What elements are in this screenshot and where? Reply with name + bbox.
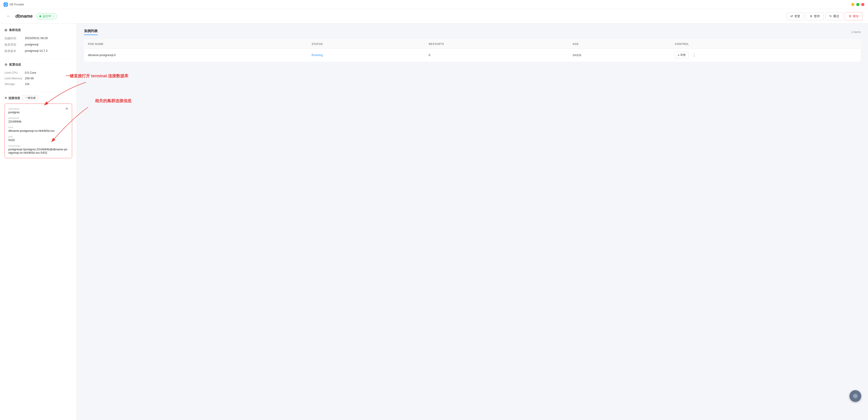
sidebar: ⊞ 集群信息 创建时间 2023/05/31 08:26 集群类型 postgr… (0, 24, 77, 420)
limit-memory-label: Limit Memory (4, 76, 25, 81)
instance-table-header-row: POD NAME STATUS RESTARTS AGE CONTROL (84, 40, 861, 49)
port-label: port (8, 135, 68, 138)
connect-icon: ✕ (4, 96, 7, 100)
maximize-button[interactable] (856, 3, 860, 6)
connection-box: 👁 username postgres password 22n5694b ho… (4, 103, 72, 158)
host-value: dbname-postgresql.ns-hti44k5d.svc (8, 129, 68, 132)
status-cell: Running (308, 49, 425, 62)
cluster-info-table: 创建时间 2023/05/31 08:26 集群类型 postgresql 集群… (4, 35, 72, 54)
username-label: username (8, 108, 68, 110)
page-title: dbname (16, 13, 33, 19)
cluster-type-label: 集群类型 (4, 41, 25, 48)
status-label: 运行中 (42, 14, 51, 18)
host-label: host (8, 126, 68, 129)
divider-1 (4, 59, 72, 59)
one-click-label: 一键连接 (25, 96, 36, 99)
change-label: 变更 (794, 14, 800, 18)
status-running: Running (312, 53, 322, 57)
minimize-button[interactable] (851, 3, 855, 6)
limit-cpu-value: 0.5 Core (25, 70, 72, 76)
title-bar: DB Provider (0, 0, 868, 9)
float-assistant-button[interactable] (849, 390, 861, 402)
restart-label: 重启 (833, 14, 839, 18)
instance-table-head: POD NAME STATUS RESTARTS AGE CONTROL (84, 40, 861, 49)
delete-label: 删除 (853, 14, 859, 18)
col-restarts: RESTARTS (425, 40, 569, 49)
create-time-value: 2023/05/31 08:26 (25, 35, 72, 41)
storage-value: 1Gi (25, 81, 72, 87)
items-count: 1 Items (851, 30, 861, 34)
port-field: port 5432 (8, 135, 68, 142)
connect-info-title: ✕ 连接信息 (4, 96, 20, 100)
pod-name-cell: dbname-postgresql-0 (84, 49, 308, 62)
more-icon: ⋮ (692, 53, 696, 57)
limit-cpu-row: Limit CPU 0.5 Core (4, 70, 72, 76)
cluster-version-row: 集群版本 postgresql-14.7.2 (4, 48, 72, 54)
status-arrow-icon: ↑ (53, 15, 54, 18)
title-bar-left: DB Provider (4, 2, 24, 6)
title-bar-controls (851, 3, 864, 6)
cluster-info-label: 集群信息 (9, 28, 21, 32)
cluster-version-label: 集群版本 (4, 48, 25, 54)
connection-string-value: postgresql://postgres:22n5694b@dbname-po… (8, 148, 68, 154)
connect-label: 连接信息 (8, 96, 20, 100)
col-status: STATUS (308, 40, 425, 49)
config-info-label: 配置信息 (9, 63, 21, 67)
close-button[interactable] (861, 3, 864, 6)
connect-info-header: ✕ 连接信息 一键连接 (4, 95, 72, 101)
col-control: CONTROL (671, 40, 861, 49)
pause-label: 暂停 (814, 14, 820, 18)
password-label: password (8, 117, 68, 119)
back-button[interactable]: ← (5, 13, 12, 20)
detail-label: 详情 (680, 53, 686, 57)
create-time-label: 创建时间 (4, 35, 25, 41)
restart-icon: ↻ (829, 14, 832, 18)
app-icon-inner (4, 3, 7, 6)
main-layout: ⊞ 集群信息 创建时间 2023/05/31 08:26 集群类型 postgr… (0, 24, 868, 420)
status-dot (39, 16, 41, 17)
instance-list-header: 实例列表 1 Items (84, 29, 861, 35)
float-assistant-icon (853, 394, 858, 398)
pause-icon: ⏸ (810, 14, 813, 18)
detail-button[interactable]: ≡ 详情 (675, 52, 688, 58)
col-pod-name: POD NAME (84, 40, 308, 49)
app-icon (4, 2, 8, 6)
header-left: ← dbname 运行中 ↑ (5, 13, 57, 20)
username-value: postgres (8, 111, 68, 114)
delete-button[interactable]: 🗑 删除 (845, 12, 863, 20)
port-value: 5432 (8, 138, 68, 142)
cluster-version-value: postgresql-14.7.2 (25, 48, 72, 54)
status-badge: 运行中 ↑ (36, 13, 57, 20)
header-actions: ⇄ 变更 ⏸ 暂停 ↻ 重启 🗑 删除 (786, 12, 863, 20)
cluster-type-row: 集群类型 postgresql (4, 41, 72, 48)
app-title: DB Provider (9, 3, 24, 6)
storage-label: Storage (4, 81, 25, 87)
config-info-section-title: ⚙ 配置信息 (4, 63, 72, 67)
main-content: 实例列表 1 Items POD NAME STATUS RESTARTS AG… (77, 24, 868, 420)
limit-memory-row: Limit Memory 256 Mi (4, 76, 72, 81)
cluster-type-value: postgresql (25, 41, 72, 48)
config-info-icon: ⚙ (4, 63, 7, 66)
limit-cpu-label: Limit CPU (4, 70, 25, 76)
connection-string-label: connection (8, 145, 68, 147)
one-click-button[interactable]: 一键连接 (22, 95, 38, 101)
change-button[interactable]: ⇄ 变更 (786, 12, 804, 20)
password-field: password 22n5694b (8, 117, 68, 123)
instance-list-title: 实例列表 (84, 29, 98, 35)
change-icon: ⇄ (790, 14, 793, 18)
age-cell: 1m12s (569, 49, 671, 62)
cluster-info-icon: ⊞ (4, 28, 7, 32)
pause-button[interactable]: ⏸ 暂停 (806, 12, 824, 20)
more-button[interactable]: ⋮ (691, 52, 697, 58)
detail-icon: ≡ (678, 54, 679, 57)
toggle-visibility-button[interactable]: 👁 (65, 107, 69, 111)
connection-string-field: connection postgresql://postgres:22n5694… (8, 145, 68, 154)
control-cell: ≡ 详情 ⋮ (671, 49, 861, 62)
cluster-info-section-title: ⊞ 集群信息 (4, 28, 72, 32)
restart-button[interactable]: ↻ 重启 (826, 12, 843, 20)
username-field: username postgres (8, 108, 68, 114)
storage-row: Storage 1Gi (4, 81, 72, 87)
table-row: dbname-postgresql-0 Running 0 1m12s ≡ 详情 (84, 49, 861, 62)
create-time-row: 创建时间 2023/05/31 08:26 (4, 35, 72, 41)
back-icon: ← (6, 14, 11, 19)
